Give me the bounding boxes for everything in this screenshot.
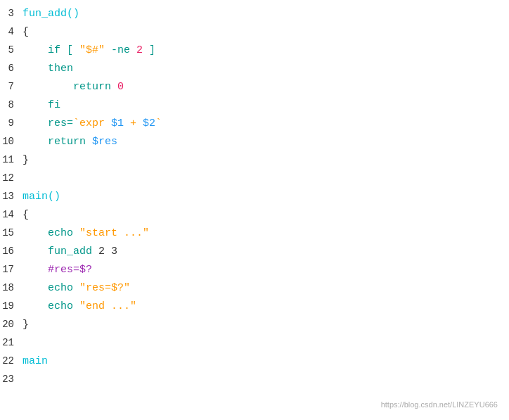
line-number: 14	[0, 207, 22, 222]
line-number: 12	[0, 170, 22, 186]
code-line: 4{	[0, 24, 509, 42]
token: main()	[22, 191, 60, 203]
line-number: 10	[0, 134, 22, 149]
token: {	[22, 26, 29, 38]
token: main	[22, 355, 48, 367]
token: -ne	[105, 44, 136, 56]
code-line: 3fun_add()	[0, 6, 509, 24]
code-line: 9 res=`expr $1 + $2`	[0, 115, 509, 134]
line-content: }	[22, 317, 509, 333]
line-content: }	[22, 152, 509, 169]
line-number: 6	[0, 61, 22, 76]
line-content: fun_add()	[22, 6, 509, 23]
token: $res	[92, 136, 117, 148]
line-content: echo "res=$?"	[22, 280, 509, 297]
code-line: 7 return 0	[0, 79, 509, 97]
line-content: echo "end ..."	[22, 298, 509, 315]
token: $1	[111, 117, 124, 129]
line-number: 23	[0, 371, 22, 387]
token: then	[22, 63, 73, 75]
token: #res=$?	[22, 264, 92, 276]
code-line: 11}	[0, 152, 509, 170]
line-number: 16	[0, 243, 22, 259]
line-number: 11	[0, 152, 22, 167]
code-line: 10 return $res	[0, 134, 509, 152]
line-number: 17	[0, 262, 22, 277]
token: 2	[136, 44, 143, 56]
token: 2 3	[98, 246, 117, 257]
line-number: 20	[0, 317, 22, 332]
line-content: echo "start ..."	[22, 225, 509, 242]
token: "$#"	[79, 44, 105, 56]
token: ]	[143, 44, 155, 56]
token: }	[22, 154, 29, 166]
code-line: 16 fun_add 2 3	[0, 243, 509, 262]
token: }	[22, 319, 29, 331]
line-content: return $res	[22, 134, 509, 151]
token: return	[22, 136, 92, 148]
token: echo	[22, 282, 79, 294]
line-number: 3	[0, 6, 22, 21]
line-content: {	[22, 207, 509, 224]
token: {	[22, 209, 29, 221]
code-line: 20}	[0, 317, 509, 335]
line-content: main()	[22, 189, 509, 205]
code-line: 18 echo "res=$?"	[0, 280, 509, 298]
line-number: 18	[0, 280, 22, 295]
code-line: 22main	[0, 353, 509, 371]
code-line: 17 #res=$?	[0, 262, 509, 280]
token: res=	[22, 117, 73, 129]
line-number: 7	[0, 79, 22, 94]
token: fun_add()	[22, 8, 79, 20]
code-line: 15 echo "start ..."	[0, 225, 509, 243]
code-editor: 3fun_add()4{5 if [ "$#" -ne 2 ]6 then7 r…	[0, 0, 509, 420]
line-content: #res=$?	[22, 262, 509, 279]
line-content: if [ "$#" -ne 2 ]	[22, 42, 509, 59]
line-number: 22	[0, 353, 22, 369]
token: echo	[22, 227, 79, 239]
code-line: 13main()	[0, 189, 509, 207]
line-number: 21	[0, 335, 22, 350]
token: `	[155, 117, 162, 129]
code-line: 21	[0, 335, 509, 353]
code-line: 6 then	[0, 61, 509, 79]
token: return	[22, 81, 117, 93]
code-line: 23	[0, 371, 509, 390]
code-line: 5 if [ "$#" -ne 2 ]	[0, 42, 509, 61]
code-line: 14{	[0, 207, 509, 225]
token: fun_add	[22, 246, 98, 257]
token: "res=$?"	[79, 282, 130, 294]
line-content: res=`expr $1 + $2`	[22, 115, 509, 132]
token: echo	[22, 300, 79, 312]
token: fi	[22, 99, 60, 111]
line-number: 9	[0, 115, 22, 131]
line-content: main	[22, 353, 509, 370]
token: +	[124, 117, 143, 129]
line-number: 8	[0, 97, 22, 113]
token: if [	[22, 44, 79, 56]
line-number: 13	[0, 189, 22, 204]
line-content: fi	[22, 97, 509, 114]
token: 0	[117, 81, 124, 93]
token: "end ..."	[79, 300, 136, 312]
line-content: then	[22, 61, 509, 77]
line-content: fun_add 2 3	[22, 243, 509, 260]
line-number: 5	[0, 42, 22, 58]
line-content: {	[22, 24, 509, 41]
line-number: 19	[0, 298, 22, 314]
token: $2	[143, 117, 155, 129]
code-line: 19 echo "end ..."	[0, 298, 509, 317]
token: "start ..."	[79, 227, 149, 239]
line-content: return 0	[22, 79, 509, 96]
token: `expr	[73, 117, 111, 129]
code-line: 8 fi	[0, 97, 509, 115]
line-number: 15	[0, 225, 22, 241]
code-line: 12	[0, 170, 509, 189]
line-number: 4	[0, 24, 22, 39]
watermark: https://blog.csdn.net/LINZEYU666	[381, 399, 498, 412]
